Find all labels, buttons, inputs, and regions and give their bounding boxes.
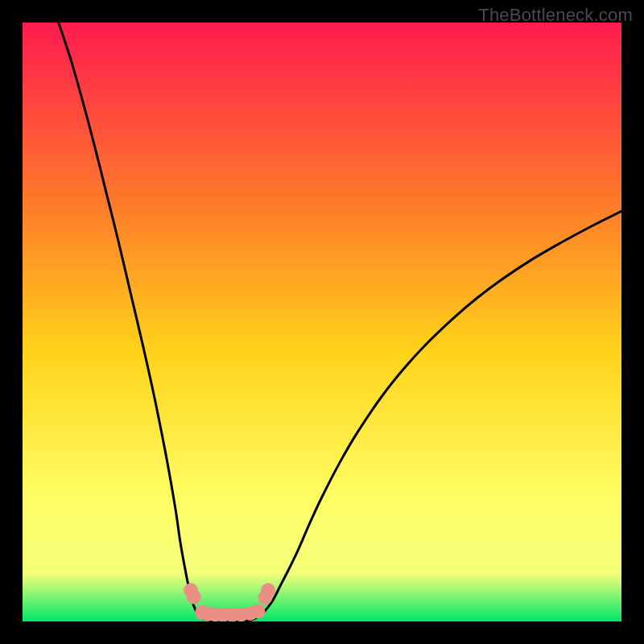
data-marker [250, 604, 265, 618]
data-marker [187, 590, 201, 605]
chart-plot-area [23, 23, 621, 621]
chart-background [23, 23, 621, 621]
data-marker [261, 583, 275, 597]
watermark-text: TheBottleneck.com [478, 5, 633, 26]
chart-svg [23, 23, 621, 621]
chart-frame: TheBottleneck.com [0, 0, 644, 644]
